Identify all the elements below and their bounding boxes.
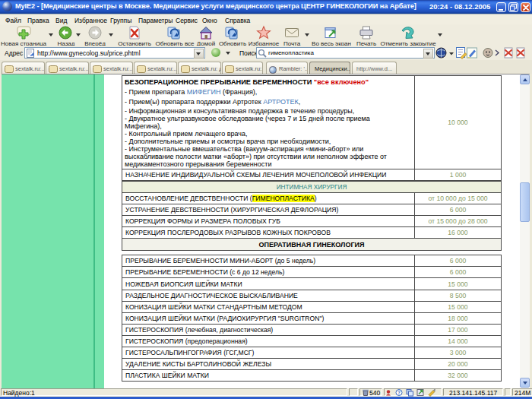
svg-text:?: ? [397, 390, 401, 395]
